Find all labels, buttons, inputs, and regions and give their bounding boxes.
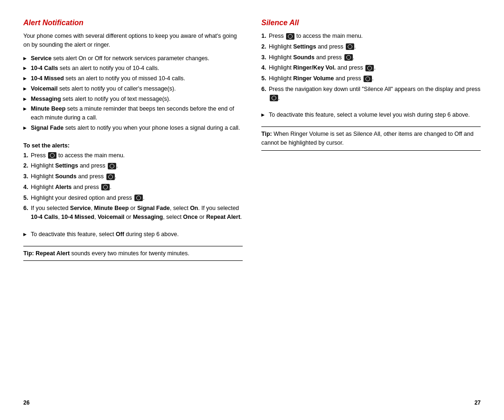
sub-heading: To set the alerts: xyxy=(23,142,243,149)
left-intro: Your phone comes with several different … xyxy=(23,32,243,49)
list-item: 5.Highlight Ringer Volume and press . xyxy=(261,74,481,83)
right-section: Silence All 1.Press to access the main m… xyxy=(261,19,481,401)
list-item: Minute Beep sets a minute reminder that … xyxy=(23,105,243,122)
list-item: 4.Highlight Ringer/Key Vol. and press . xyxy=(261,63,481,72)
ok-button-icon xyxy=(344,54,353,61)
right-title: Silence All xyxy=(261,19,481,27)
ok-button-icon xyxy=(346,43,354,50)
tip-label: Tip: Repeat Alert sounds every two minut… xyxy=(23,250,189,257)
left-title: Alert Notification xyxy=(23,19,243,27)
list-item: 3.Highlight Sounds and press . xyxy=(261,53,481,62)
list-item: Signal Fade sets alert to notify you whe… xyxy=(23,124,243,133)
ok-button-icon xyxy=(108,163,116,169)
ok-button-icon xyxy=(134,195,143,201)
list-item: Voicemail sets alert to notify you of ca… xyxy=(23,84,243,93)
page-number-left: 26 xyxy=(23,399,29,406)
left-steps: 1.Press to access the main menu. 2.Highl… xyxy=(23,151,243,224)
page-number-right: 27 xyxy=(475,399,481,406)
list-item: 6.If you selected Service, Minute Beep o… xyxy=(23,204,243,222)
list-item: 4.Highlight Alerts and press . xyxy=(23,183,243,192)
list-item: 3.Highlight Sounds and press . xyxy=(23,172,243,181)
ok-button-icon xyxy=(101,184,110,190)
left-section: Alert Notification Your phone comes with… xyxy=(23,19,243,401)
list-item: 1.Press to access the main menu. xyxy=(261,32,481,41)
menu-button-icon xyxy=(286,33,294,40)
left-tip-box: Tip: Repeat Alert sounds every two minut… xyxy=(23,246,243,261)
list-item: 6.Press the navigation key down until "S… xyxy=(261,85,481,103)
list-item: 5.Highlight your desired option and pres… xyxy=(23,194,243,203)
tip-text: Tip: When Ringer Volume is set as Silenc… xyxy=(261,131,474,146)
list-item: 10-4 Missed sets an alert to notify you … xyxy=(23,74,243,83)
ok-button-icon xyxy=(106,174,115,180)
list-item: Service sets alert On or Off for network… xyxy=(23,54,243,63)
right-tip-box: Tip: When Ringer Volume is set as Silenc… xyxy=(261,126,481,151)
list-item: 2.Highlight Settings and press . xyxy=(23,161,243,170)
menu-button-icon xyxy=(48,152,56,159)
list-item: To deactivate this feature, select Off d… xyxy=(23,230,243,239)
list-item: To deactivate this feature, select a vol… xyxy=(261,111,481,119)
ok-button-icon xyxy=(270,95,278,101)
ok-button-icon xyxy=(365,65,374,71)
list-item: 1.Press to access the main menu. xyxy=(23,151,243,160)
left-deactivate-bullet: To deactivate this feature, select Off d… xyxy=(23,230,243,240)
right-steps: 1.Press to access the main menu. 2.Highl… xyxy=(261,32,481,104)
left-bullet-list: Service sets alert On or Off for network… xyxy=(23,54,243,134)
list-item: 2.Highlight Settings and press . xyxy=(261,42,481,51)
ok-button-icon xyxy=(364,76,372,82)
list-item: Messaging sets alert to notify you of te… xyxy=(23,95,243,104)
list-item: 10-4 Calls sets an alert to notify you o… xyxy=(23,64,243,73)
right-deactivate-bullet: To deactivate this feature, select a vol… xyxy=(261,111,481,121)
